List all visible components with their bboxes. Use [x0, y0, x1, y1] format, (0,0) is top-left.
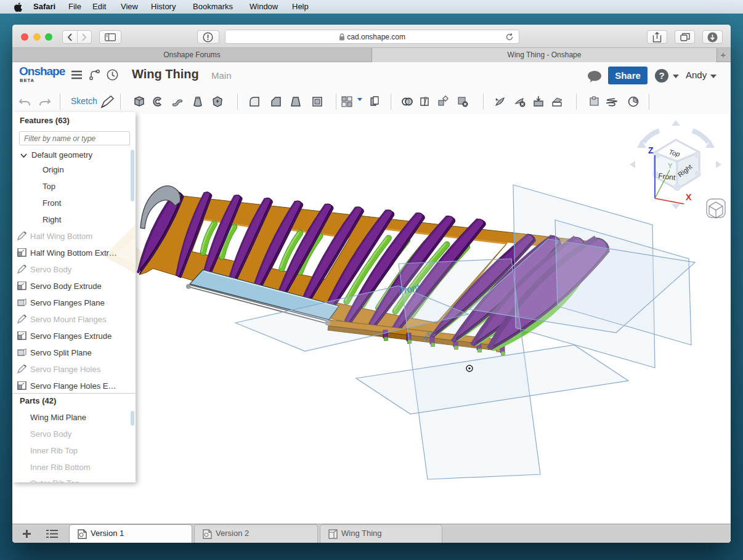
svg-text:X: X [686, 192, 692, 202]
svg-text:?: ? [659, 70, 664, 81]
svg-text:Y: Y [668, 162, 673, 169]
svg-text:Z: Z [648, 145, 654, 155]
